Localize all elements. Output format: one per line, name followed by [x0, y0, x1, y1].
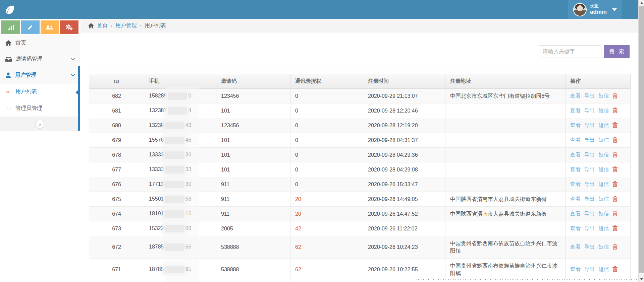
sidebar-collapse-button[interactable]: «: [36, 120, 45, 129]
cell-register-address: [445, 162, 566, 177]
trash-icon: [612, 225, 618, 231]
cell-contacts-auth: 0: [290, 177, 363, 192]
trash-icon: [612, 196, 618, 202]
scroll-down-arrow[interactable]: [639, 276, 644, 282]
home-icon: [5, 40, 11, 46]
table-row: 6711878595538888622020-09-26 10:22:55中国贵…: [89, 259, 631, 281]
cell-id: 674: [89, 207, 144, 221]
tree-dash-icon: ···: [7, 106, 12, 111]
export-link[interactable]: 导出: [584, 266, 595, 272]
cell-register-time: 2020-09-28 04:29:08: [363, 162, 445, 177]
delete-button[interactable]: [612, 166, 618, 173]
sms-link[interactable]: 短信: [598, 122, 609, 128]
export-link[interactable]: 导出: [584, 211, 595, 216]
sms-link[interactable]: 短信: [598, 93, 609, 98]
sms-link[interactable]: 短信: [598, 181, 609, 187]
view-link[interactable]: 查看: [570, 152, 581, 157]
table-row: 678133333610102020-09-28 04:29:36查看导出短信: [89, 148, 631, 162]
scrollbar-thumb[interactable]: [639, 6, 644, 273]
view-link[interactable]: 查看: [570, 211, 581, 216]
sms-link[interactable]: 短信: [598, 137, 609, 143]
cell-id: 680: [89, 118, 144, 133]
sms-link[interactable]: 短信: [598, 166, 609, 172]
delete-button[interactable]: [612, 137, 618, 144]
export-link[interactable]: 导出: [584, 166, 595, 172]
cell-register-address: [445, 221, 566, 236]
cell-id: 677: [89, 162, 144, 177]
view-link[interactable]: 查看: [570, 137, 581, 143]
sms-link[interactable]: 短信: [598, 266, 609, 272]
cell-register-address: [445, 118, 566, 133]
cell-register-address: 中国贵州省黔西南布依族苗族自治州兴仁市波阳镇: [445, 236, 566, 259]
search-input[interactable]: [539, 45, 601, 58]
delete-button[interactable]: [612, 122, 618, 129]
view-link[interactable]: 查看: [570, 166, 581, 172]
view-link[interactable]: 查看: [570, 122, 581, 128]
edit-button[interactable]: [21, 20, 39, 34]
export-link[interactable]: 导出: [584, 196, 595, 202]
cell-invite-code: 911: [216, 177, 290, 192]
trash-icon: [612, 137, 618, 143]
view-link[interactable]: 查看: [570, 93, 581, 98]
sms-link[interactable]: 短信: [598, 225, 609, 231]
users-icon: [46, 24, 54, 30]
delete-button[interactable]: [612, 108, 618, 115]
settings-button[interactable]: [60, 20, 78, 34]
delete-button[interactable]: [612, 266, 618, 273]
sidebar-shortcuts: [0, 19, 80, 35]
sms-link[interactable]: 短信: [598, 211, 609, 216]
sms-link[interactable]: 短信: [598, 196, 609, 202]
censored-digits: [165, 137, 184, 144]
sidebar-item-admin-mgmt[interactable]: ··· 管理员管理: [0, 100, 80, 117]
view-link[interactable]: 查看: [570, 181, 581, 187]
cell-actions: 查看导出短信: [566, 177, 631, 192]
scroll-up-arrow[interactable]: [639, 0, 644, 6]
view-link[interactable]: 查看: [570, 266, 581, 272]
stats-button[interactable]: [1, 20, 20, 34]
user-menu[interactable]: 欢迎, admin: [568, 0, 622, 19]
export-link[interactable]: 导出: [584, 137, 595, 143]
delete-button[interactable]: [612, 211, 618, 218]
export-link[interactable]: 导出: [584, 152, 595, 157]
delete-button[interactable]: [612, 181, 618, 188]
export-link[interactable]: 导出: [584, 225, 595, 231]
sidebar-item-user-mgmt[interactable]: 用户管理: [0, 67, 80, 83]
cell-phone: 1532206: [144, 221, 216, 236]
view-link[interactable]: 查看: [570, 225, 581, 231]
cell-phone: 1771330: [144, 177, 216, 192]
sidebar-item-user-list[interactable]: » 用户列表: [0, 83, 80, 100]
delete-button[interactable]: [612, 93, 618, 100]
view-link[interactable]: 查看: [570, 108, 581, 113]
search-button[interactable]: 搜 索: [604, 45, 630, 58]
sms-link[interactable]: 短信: [598, 108, 609, 113]
cell-id: 681: [89, 103, 144, 118]
export-link[interactable]: 导出: [584, 93, 595, 98]
pencil-icon: [27, 24, 33, 30]
export-link[interactable]: 导出: [584, 108, 595, 113]
cell-actions: 查看导出短信: [566, 133, 631, 148]
vertical-scrollbar[interactable]: [638, 0, 644, 282]
cell-contacts-auth: 62: [290, 236, 363, 259]
view-link[interactable]: 查看: [570, 244, 581, 250]
export-link[interactable]: 导出: [584, 181, 595, 187]
sms-link[interactable]: 短信: [598, 244, 609, 250]
delete-button[interactable]: [612, 225, 618, 232]
cell-invite-code: 123456: [216, 118, 290, 133]
breadcrumb-home-link[interactable]: 首页: [97, 22, 108, 29]
cell-phone: 1819116: [144, 207, 216, 221]
cell-id: 671: [89, 259, 144, 281]
delete-button[interactable]: [612, 152, 618, 159]
delete-button[interactable]: [612, 196, 618, 203]
view-link[interactable]: 查看: [570, 196, 581, 202]
export-link[interactable]: 导出: [584, 244, 595, 250]
export-link[interactable]: 导出: [584, 122, 595, 128]
sidebar-item-invite-code-mgmt[interactable]: 邀请码管理: [0, 51, 80, 67]
sidebar-item-home[interactable]: 首页: [0, 35, 80, 51]
cell-id: 676: [89, 177, 144, 192]
cell-register-time: 2020-09-26 10:22:55: [363, 259, 445, 281]
sms-link[interactable]: 短信: [598, 152, 609, 157]
users-button[interactable]: [41, 20, 59, 34]
table-row: 6751550158911202020-09-26 14:49:05中国陕西省渭…: [89, 192, 631, 207]
delete-button[interactable]: [612, 244, 618, 251]
breadcrumb-user-mgmt-link[interactable]: 用户管理: [115, 22, 137, 29]
